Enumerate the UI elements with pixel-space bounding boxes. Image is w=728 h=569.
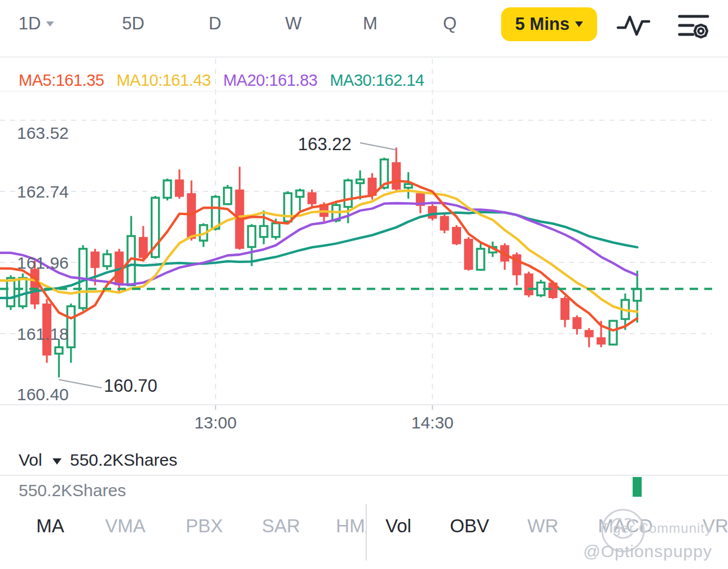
candle-body-down (524, 273, 533, 295)
line-chart-icon[interactable] (616, 12, 651, 38)
candle-body-down (560, 298, 569, 320)
tab-main-ma[interactable]: MA (36, 515, 64, 537)
price-axis-label: 161.96 (17, 253, 69, 272)
candle-body-down (572, 317, 581, 329)
candle-body-down (597, 337, 606, 344)
candle-body-up (212, 197, 219, 229)
time-axis-label: 14:30 (411, 413, 454, 432)
tab-sub-vol[interactable]: Vol (385, 515, 411, 537)
caret-down-icon (46, 21, 54, 27)
caret-down-icon (575, 21, 583, 27)
candle-body-up (260, 226, 267, 237)
candle-body-down (392, 162, 401, 189)
caret-down-icon (52, 458, 62, 465)
indicator-tabs-bar: MAVMAPBXSARHMA VolOBVWRMACDVR (0, 500, 728, 569)
high-annotation-line (360, 143, 396, 150)
candle-body-up (164, 181, 171, 198)
candle-body-up (224, 188, 231, 204)
price-axis-label: 163.52 (17, 124, 69, 142)
candle-body-up (7, 278, 15, 306)
volume-indicator-name: Vol (19, 450, 42, 470)
time-axis-label: 13:00 (194, 413, 236, 432)
candle-body-up (55, 347, 63, 353)
range-tab-m[interactable]: M (363, 14, 378, 34)
price-axis-label: 160.40 (17, 385, 69, 404)
candle-body-down (585, 330, 594, 338)
candle-body-down (30, 269, 40, 304)
tab-main-pbx[interactable]: PBX (186, 515, 223, 537)
range-tab-d[interactable]: D (209, 14, 221, 34)
ma-legend-item: MA5:161.35 (19, 71, 104, 90)
ma-legend-item: MA30:162.14 (330, 71, 424, 90)
candle-body-down (464, 239, 473, 270)
tab-sub-vr[interactable]: VR (703, 515, 728, 537)
indicator-settings-icon[interactable] (677, 12, 711, 42)
ma-legend-item: MA10:161.43 (116, 71, 210, 90)
volume-axis-max-label: 550.2KShares (19, 481, 126, 500)
candle-body-up (19, 278, 27, 306)
ma-legend: MA5:161.35MA10:161.43MA20:161.83MA30:162… (19, 71, 424, 90)
range-tab-label: W (285, 14, 301, 34)
range-tab-label: Q (443, 14, 457, 34)
low-annotation-label: 160.70 (104, 376, 157, 396)
candle-body-down (187, 193, 196, 239)
tab-main-hma[interactable]: HMA (336, 515, 366, 537)
range-tab-label: M (363, 14, 378, 34)
candle-body-down (440, 216, 449, 231)
high-annotation-label: 163.22 (298, 134, 352, 154)
volume-indicator-row[interactable]: Vol 550.2KShares (0, 447, 728, 476)
candle-body-up (405, 184, 412, 187)
interval-selector-button[interactable]: 5 Mins (501, 7, 597, 41)
candle-body-down (175, 180, 184, 197)
tab-sub-macd[interactable]: MACD (598, 515, 652, 537)
tab-sub-wr[interactable]: WR (528, 515, 559, 537)
tab-sub-obv[interactable]: OBV (450, 515, 489, 537)
candle-body-down (428, 206, 437, 219)
candle-body-up (609, 321, 617, 344)
candle-body-up (272, 224, 279, 237)
range-tab-label: 5D (122, 14, 144, 34)
candle-body-up (344, 181, 352, 207)
candle-body-up (634, 289, 641, 301)
tab-main-vma[interactable]: VMA (105, 515, 146, 537)
range-tab-1d[interactable]: 1D (19, 14, 54, 34)
candle-body-down (90, 252, 99, 268)
price-axis-label: 162.74 (17, 182, 69, 201)
candle-body-down (308, 192, 317, 204)
candle-body-up (103, 254, 111, 266)
candle-body-up (477, 249, 484, 270)
sub-indicator-tab-group: VolOBVWRMACDVR (367, 500, 728, 569)
ma-legend-item: MA20:161.83 (223, 71, 317, 90)
range-tab-q[interactable]: Q (443, 14, 457, 34)
main-indicator-tab-group: MAVMAPBXSARHMA (0, 500, 366, 569)
candle-body-up (296, 190, 304, 196)
volume-bar (633, 477, 642, 497)
range-tab-5d[interactable]: 5D (122, 14, 144, 34)
volume-current-value: 550.2KShares (70, 450, 177, 470)
interval-label: 5 Mins (515, 14, 569, 34)
range-tab-w[interactable]: W (285, 14, 301, 34)
chart-toolbar: 1D5DDWMQ 5 Mins (0, 0, 728, 58)
candle-body-up (248, 226, 256, 247)
trading-chart-screen: 13:0014:30163.22160.70163.52162.74161.96… (0, 0, 728, 569)
tab-main-sar[interactable]: SAR (262, 515, 300, 537)
range-tab-label: 1D (19, 14, 41, 34)
candle-body-up (357, 180, 364, 183)
candle-body-down (452, 227, 461, 244)
range-tab-label: D (209, 14, 221, 34)
price-axis-label: 161.18 (17, 325, 69, 343)
candle-body-down (512, 254, 521, 275)
